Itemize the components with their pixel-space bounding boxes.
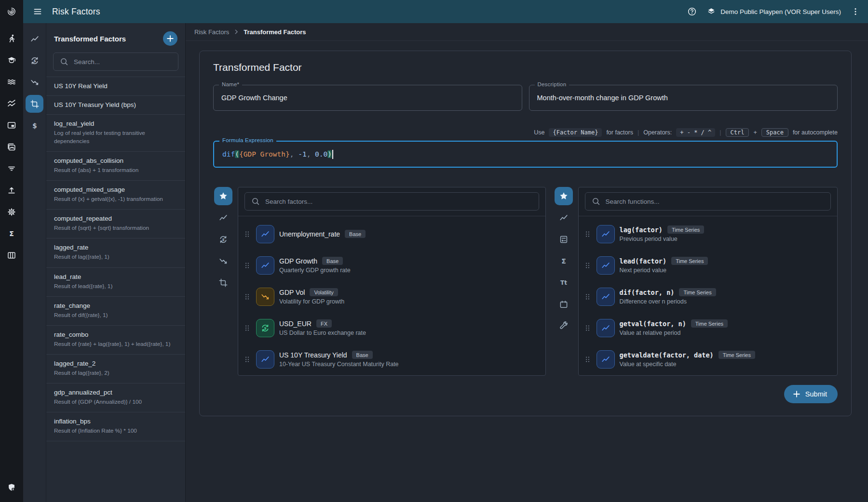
description-field-value: Month-over-month change in GDP Growth xyxy=(537,94,668,102)
drag-handle-icon[interactable] xyxy=(243,292,251,302)
functions-rail-item[interactable]: Σ xyxy=(555,252,573,270)
nav-rail-item[interactable] xyxy=(3,160,20,177)
kebab-icon xyxy=(851,7,860,16)
factors-rail-item[interactable] xyxy=(214,274,232,292)
description-field[interactable]: Description Month-over-month change in G… xyxy=(529,85,838,111)
breadcrumb-parent[interactable]: Risk Factors xyxy=(194,28,229,36)
factor-type-rail-item[interactable]: $ xyxy=(26,52,43,69)
drag-handle-icon[interactable] xyxy=(243,323,251,333)
nav-rail-item[interactable] xyxy=(3,247,20,264)
factors-rail-item[interactable] xyxy=(214,209,232,227)
sidebar-factor-item[interactable]: lagged_rate Result of lag({rate}, 1) xyxy=(46,238,185,267)
nav-rail-item[interactable] xyxy=(3,203,20,221)
function-description: Difference over n periods xyxy=(620,298,716,305)
card-heading: Transformed Factor xyxy=(213,62,838,73)
function-row[interactable]: getvaldate(factor, date) Time Series Val… xyxy=(582,343,832,375)
sidebar-factor-item[interactable]: lagged_rate_2 Result of lag({rate}, 2) xyxy=(46,355,185,383)
factor-row-description: Volatility for GDP growth xyxy=(279,298,344,305)
functions-rail-item[interactable] xyxy=(555,230,573,249)
sidebar-factor-item[interactable]: US 10Y Treasury Yield (bps) xyxy=(46,96,185,115)
formula-token: ) xyxy=(327,150,332,158)
factors-rail-item[interactable] xyxy=(214,187,232,205)
factor-description: Result of {GDP (Annualized)} / 100 xyxy=(54,398,177,406)
nav-rail-item[interactable] xyxy=(3,73,20,91)
formula-hint-segment: | xyxy=(719,129,721,136)
function-row[interactable]: lag(factor) Time Series Previous period … xyxy=(582,218,832,250)
factor-type-rail-item[interactable] xyxy=(26,95,43,113)
formula-hint-segment: Ctrl xyxy=(726,128,749,137)
function-tile xyxy=(597,350,615,369)
help-button[interactable] xyxy=(684,4,700,19)
sidebar-factor-item[interactable]: lead_rate Result of lead({rate}, 1) xyxy=(46,268,185,297)
factors-rail-item[interactable]: $ xyxy=(214,230,232,249)
sidebar-factor-item[interactable]: US 10Y Real Yield xyxy=(46,77,185,96)
factor-type-rail-item[interactable] xyxy=(26,73,43,91)
functions-rail-item[interactable] xyxy=(555,187,573,205)
sidebar-factor-item[interactable]: log_real_yield Log of real yield for tes… xyxy=(46,115,185,152)
nav-rail-item[interactable] xyxy=(3,138,20,156)
factor-row[interactable]: GDP Growth Base Quarterly GDP growth rat… xyxy=(241,250,541,281)
workspace-selector[interactable]: Demo Public Playpen (VOR Super Users) xyxy=(706,7,841,16)
sidebar-factor-item[interactable]: computed_mixed_usage Result of {x} + get… xyxy=(46,181,185,210)
formula-expression-field[interactable]: Formula Expression dif ( {GDP Growth} , … xyxy=(213,141,838,168)
name-field[interactable]: Name* GDP Growth Change xyxy=(213,85,522,111)
drag-handle-icon[interactable] xyxy=(583,229,592,239)
functions-rail-item[interactable] xyxy=(555,317,573,335)
drag-handle-icon[interactable] xyxy=(583,261,592,270)
function-category-badge: Time Series xyxy=(691,319,728,328)
drag-handle-icon[interactable] xyxy=(583,323,592,333)
factor-row[interactable]: US 10Y Treasury Yield Base 10-Year US Tr… xyxy=(241,343,541,375)
plus-icon xyxy=(165,34,175,43)
sidebar-factor-item[interactable]: computed_abs_collision Result of {abs} +… xyxy=(46,152,185,181)
factor-category-badge: Base xyxy=(345,230,366,238)
factor-row[interactable]: Unemployment_rate Base xyxy=(241,218,541,250)
functions-rail-item[interactable] xyxy=(555,209,573,227)
nav-rail-item[interactable] xyxy=(3,117,20,134)
drag-handle-icon[interactable] xyxy=(583,292,592,302)
overflow-menu-button[interactable] xyxy=(848,4,863,19)
nav-rail-item-bottom[interactable] xyxy=(3,479,20,496)
factors-rows: Unemployment_rate Base xyxy=(238,216,545,375)
sidebar-factor-list: US 10Y Real Yield US 10Y Treasury Yield … xyxy=(46,77,185,502)
nav-rail-item[interactable] xyxy=(3,182,20,199)
app-logo[interactable] xyxy=(0,0,23,23)
search-icon xyxy=(251,197,260,206)
sidebar-search-input[interactable] xyxy=(74,58,172,66)
formula-hint-segment: for factors xyxy=(606,129,633,136)
drag-handle-icon xyxy=(243,292,251,302)
factor-row[interactable]: GDP Vol Volatility Volatility for GDP gr… xyxy=(241,281,541,312)
hamburger-menu-button[interactable] xyxy=(30,4,45,19)
function-row[interactable]: lead(factor) Time Series Next period val… xyxy=(582,250,832,281)
submit-button[interactable]: Submit xyxy=(784,385,838,403)
nav-rail-item[interactable]: Σ xyxy=(3,225,20,242)
factor-row[interactable]: $ USD_EUR FX US Dollar to Euro exchange … xyxy=(241,312,541,343)
sidebar-factor-item[interactable]: rate_combo Result of {rate} + lag({rate}… xyxy=(46,326,185,355)
functions-search-input[interactable] xyxy=(606,198,825,205)
functions-rows: lag(factor) Time Series Previous period … xyxy=(579,216,837,375)
function-row[interactable]: dif(factor, n) Time Series Difference ov… xyxy=(582,281,832,312)
sidebar-factor-item[interactable]: rate_change Result of dif({rate}, 1) xyxy=(46,297,185,326)
factors-rail-item[interactable] xyxy=(214,252,232,270)
nav-rail-item[interactable] xyxy=(3,52,20,69)
trend-up-icon xyxy=(260,355,270,364)
function-category-badge: Time Series xyxy=(679,288,716,296)
sidebar-factor-item[interactable]: computed_repeated Result of {sqrt} + {sq… xyxy=(46,210,185,238)
description-field-label: Description xyxy=(535,81,570,87)
drag-handle-icon[interactable] xyxy=(243,355,251,364)
sidebar-factor-item[interactable]: inflation_bps Result of {Inflation Rate … xyxy=(46,412,185,441)
factor-type-rail-item[interactable] xyxy=(26,30,43,48)
functions-rail-item[interactable] xyxy=(555,295,573,314)
function-row[interactable]: getval(factor, n) Time Series Value at r… xyxy=(582,312,832,343)
crop-icon xyxy=(218,278,228,288)
drag-handle-icon[interactable] xyxy=(243,261,251,270)
factors-search-input[interactable] xyxy=(265,198,533,205)
nav-rail-item[interactable] xyxy=(3,95,20,112)
add-factor-button[interactable] xyxy=(163,31,177,46)
drag-handle-icon[interactable] xyxy=(583,355,592,364)
nav-rail-item[interactable] xyxy=(3,30,20,47)
factor-type-rail-item[interactable]: $ xyxy=(26,117,43,134)
drag-handle-icon[interactable] xyxy=(243,229,251,239)
function-category-badge: Time Series xyxy=(667,225,704,234)
sidebar-factor-item[interactable]: gdp_annualized_pct Result of {GDP (Annua… xyxy=(46,383,185,412)
functions-rail-item[interactable]: Tt xyxy=(555,274,573,292)
